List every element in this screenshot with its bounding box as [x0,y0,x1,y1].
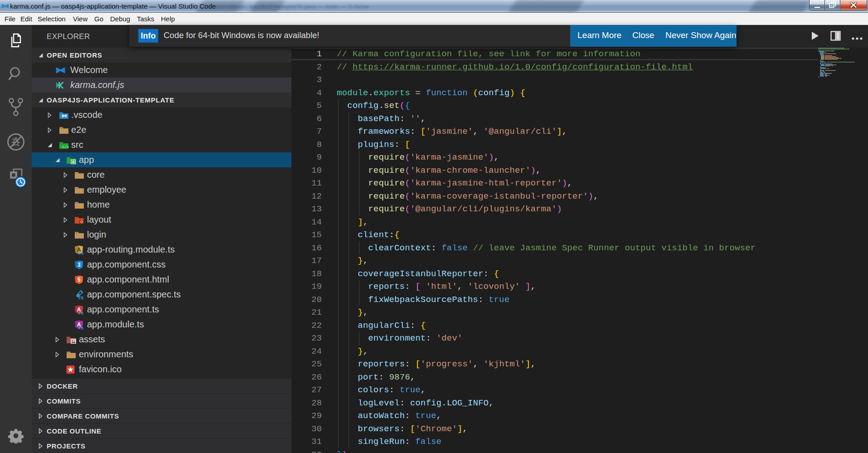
svg-text:TS: TS [78,295,83,300]
svg-text:TS: TS [78,311,83,315]
svg-text:3: 3 [78,262,81,268]
svg-text:TS: TS [78,251,83,255]
svg-text:TS: TS [78,326,83,330]
svg-text:</>: </> [62,145,69,149]
svg-text:5: 5 [78,277,81,283]
